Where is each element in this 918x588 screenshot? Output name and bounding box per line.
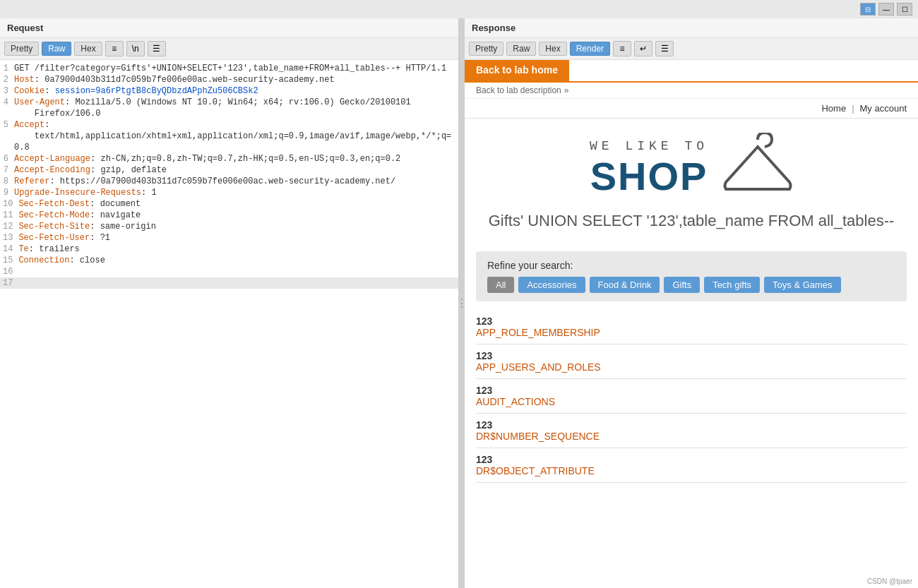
code-line-8: 8 Referer: https://0a7900d403b311d7c059b… (0, 176, 458, 187)
code-line-2: 2 Host: 0a7900d403b311d7c059b7fe006e00ac… (0, 74, 458, 85)
code-line-6: 6 Accept-Language: zh-CN,zh;q=0.8,zh-TW;… (0, 153, 458, 164)
code-line-5: 5 Accept: (0, 119, 458, 131)
shop-tagline: WE LIKE TO (590, 139, 708, 153)
code-line-16: 16 (0, 266, 458, 277)
split-view-btn[interactable]: ⊟ (860, 3, 876, 16)
response-render-btn[interactable]: Render (570, 42, 610, 56)
main-nav: Home | My account (465, 98, 918, 118)
response-toolbar: Pretty Raw Hex Render ≡ ↵ ☰ (465, 38, 918, 60)
code-line-12: 12 Sec-Fetch-Site: same-origin (0, 221, 458, 232)
horizontal-view-btn[interactable]: — (878, 3, 894, 16)
filter-tags: All Accessories Food & Drink Gifts Tech … (487, 277, 895, 293)
code-line-9: 9 Upgrade-Insecure-Requests: 1 (0, 187, 458, 198)
code-line-3: 3 Cookie: session=9a6rPtgtB8cByQDbzdAPph… (0, 85, 458, 97)
product-item-4: 123 DR$NUMBER_SEQUENCE (476, 414, 907, 448)
response-pretty-btn[interactable]: Pretty (469, 42, 503, 56)
back-to-lab-home-btn[interactable]: Back to lab home (465, 60, 569, 83)
back-to-lab-description-link[interactable]: Back to lab description (476, 85, 561, 95)
response-panel-header: Response (465, 18, 918, 38)
response-title: Response (472, 23, 515, 33)
response-hex-btn[interactable]: Hex (539, 42, 566, 56)
product-name-2[interactable]: APP_USERS_AND_ROLES (476, 361, 907, 373)
single-view-btn[interactable]: ☐ (897, 3, 912, 16)
nav-separator: | (852, 103, 854, 114)
lab-header: Back to lab home Back to lab description… (465, 60, 918, 119)
code-line-11: 11 Sec-Fetch-Mode: navigate (0, 210, 458, 221)
request-format-btn[interactable]: ≡ (105, 41, 124, 56)
product-name-3[interactable]: AUDIT_ACTIONS (476, 396, 907, 407)
request-panel: Request Pretty Raw Hex ≡ \n ☰ 1 GET /fil… (0, 18, 459, 588)
filter-food-drink[interactable]: Food & Drink (590, 277, 660, 293)
code-line-1: 1 GET /filter?category=Gifts'+UNION+SELE… (0, 63, 458, 74)
request-code-area[interactable]: 1 GET /filter?category=Gifts'+UNION+SELE… (0, 60, 458, 588)
product-id-2: 123 (476, 350, 907, 361)
filter-tech-gifts[interactable]: Tech gifts (704, 277, 760, 293)
response-format-btn[interactable]: ≡ (613, 41, 631, 56)
code-line-4: 4 User-Agent: Mozilla/5.0 (Windows NT 10… (0, 97, 458, 108)
request-newline-btn[interactable]: \n (126, 41, 145, 56)
response-panel: Response Pretty Raw Hex Render ≡ ↵ ☰ Bac… (465, 18, 918, 588)
code-line-7: 7 Accept-Encoding: gzip, deflate (0, 164, 458, 176)
product-id-5: 123 (476, 454, 907, 465)
product-item-2: 123 APP_USERS_AND_ROLES (476, 344, 907, 379)
product-name-5[interactable]: DR$OBJECT_ATTRIBUTE (476, 465, 907, 476)
product-id-4: 123 (476, 419, 907, 431)
product-item-1: 123 APP_ROLE_MEMBERSHIP (476, 310, 907, 344)
request-menu-btn[interactable]: ☰ (148, 41, 166, 56)
request-title: Request (7, 23, 43, 33)
product-list: 123 APP_ROLE_MEMBERSHIP 123 APP_USERS_AN… (465, 310, 918, 483)
code-line-4b: Firefox/106.0 (0, 108, 458, 119)
product-id-3: 123 (476, 385, 907, 396)
product-item-5: 123 DR$OBJECT_ATTRIBUTE (476, 448, 907, 483)
code-line-15: 15 Connection: close (0, 255, 458, 266)
shop-hero: WE LIKE TO SHOP Gifts' UNION SELECT '123… (465, 119, 918, 251)
product-item-3: 123 AUDIT_ACTIONS (476, 379, 907, 414)
search-filter-section: Refine your search: All Accessories Food… (476, 251, 907, 301)
my-account-link[interactable]: My account (860, 103, 907, 114)
main-panels: Request Pretty Raw Hex ≡ \n ☰ 1 GET /fil… (0, 18, 918, 588)
panel-divider[interactable] (459, 18, 465, 588)
request-pretty-btn[interactable]: Pretty (4, 42, 39, 56)
watermark: CSDN @tpaer (867, 577, 912, 585)
lab-sub-nav: Back to lab description » (465, 83, 918, 98)
response-menu-btn[interactable]: ☰ (655, 41, 674, 56)
hanger-icon (722, 133, 793, 205)
search-filter-label: Refine your search: (487, 260, 895, 271)
top-bar: ⊟ — ☐ (0, 0, 918, 18)
code-line-14: 14 Te: trailers (0, 244, 458, 255)
response-newline-btn[interactable]: ↵ (634, 41, 652, 56)
filter-toys-games[interactable]: Toys & Games (764, 277, 841, 293)
filter-gifts[interactable]: Gifts (664, 277, 700, 293)
filter-all[interactable]: All (487, 277, 514, 293)
request-hex-btn[interactable]: Hex (74, 42, 102, 56)
code-line-17: 17 (0, 277, 458, 289)
chevron-right-icon: » (564, 85, 569, 95)
response-content-area[interactable]: Back to lab home Back to lab description… (465, 60, 918, 588)
shop-search-query: Gifts' UNION SELECT '123',table_name FRO… (479, 212, 903, 230)
code-line-13: 13 Sec-Fetch-User: ?1 (0, 232, 458, 244)
request-toolbar: Pretty Raw Hex ≡ \n ☰ (0, 38, 458, 60)
request-raw-btn[interactable]: Raw (42, 42, 71, 56)
product-name-4[interactable]: DR$NUMBER_SEQUENCE (476, 431, 907, 442)
product-id-1: 123 (476, 316, 907, 327)
request-panel-header: Request (0, 18, 458, 38)
code-line-5b: text/html,application/xhtml+xml,applicat… (0, 131, 458, 153)
filter-accessories[interactable]: Accessories (518, 277, 585, 293)
home-link[interactable]: Home (821, 103, 846, 114)
shop-title: SHOP (590, 153, 708, 199)
product-name-1[interactable]: APP_ROLE_MEMBERSHIP (476, 327, 907, 338)
response-raw-btn[interactable]: Raw (506, 42, 536, 56)
code-line-10: 10 Sec-Fetch-Dest: document (0, 198, 458, 210)
